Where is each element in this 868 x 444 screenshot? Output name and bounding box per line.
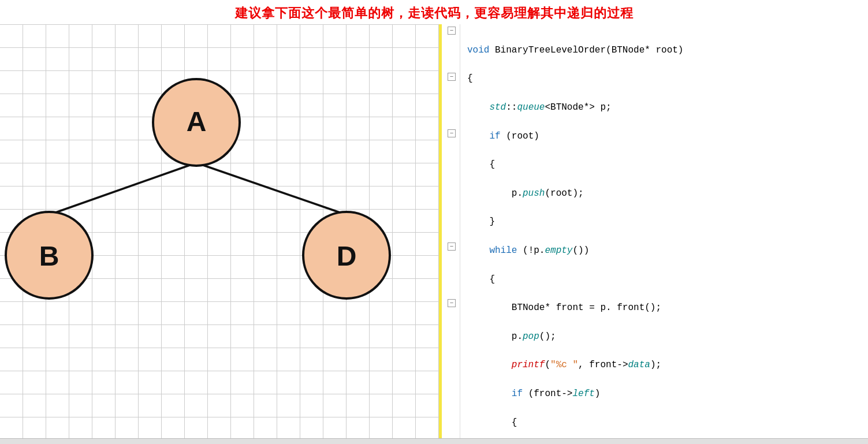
fold-icon-4[interactable]: − bbox=[448, 242, 456, 251]
code-line-8: while (!p.empty()) bbox=[467, 244, 861, 258]
code-line-10: BTNode* front = p. front(); bbox=[467, 301, 861, 315]
code-line-11: p.pop(); bbox=[467, 330, 861, 344]
bottom-bar bbox=[0, 438, 868, 444]
fold-icon-5[interactable]: − bbox=[448, 299, 456, 307]
code-line-3: std::queue<BTNode*> p; bbox=[467, 100, 861, 115]
fold-icon-2[interactable]: − bbox=[448, 73, 456, 81]
code-line-7: } bbox=[467, 215, 861, 229]
tree-svg: A B D bbox=[0, 24, 439, 438]
code-gutter: − − − − − bbox=[442, 24, 460, 438]
code-line-9: { bbox=[467, 273, 861, 287]
code-line-2: { bbox=[467, 72, 861, 86]
code-line-14: { bbox=[467, 416, 861, 430]
node-b-label: B bbox=[39, 241, 59, 271]
node-a-label: A bbox=[187, 106, 207, 137]
node-d-label: D bbox=[337, 241, 357, 271]
code-panel: − − − − − void BinaryTreeLevelOrder(BTNo… bbox=[439, 24, 868, 438]
fold-icon-3[interactable]: − bbox=[448, 129, 456, 137]
code-content: void BinaryTreeLevelOrder(BTNode* root) … bbox=[460, 24, 868, 438]
code-line-12: printf("%c ", front->data); bbox=[467, 358, 861, 372]
header-banner: 建议拿下面这个最简单的树，走读代码，更容易理解其中递归的过程 bbox=[0, 0, 868, 24]
fold-icon-1[interactable]: − bbox=[448, 27, 456, 35]
tree-panel: A B D bbox=[0, 24, 439, 438]
code-line-6: p.push(root); bbox=[467, 186, 861, 201]
code-line-5: { bbox=[467, 158, 861, 172]
code-line-13: if (front->left) bbox=[467, 387, 861, 401]
code-line-1: void BinaryTreeLevelOrder(BTNode* root) bbox=[467, 43, 861, 58]
main-content: A B D − − − − − void BinaryTreeLevelOrde… bbox=[0, 24, 868, 438]
edge-a-d bbox=[196, 163, 347, 215]
code-line-4: if (root) bbox=[467, 129, 861, 144]
edge-a-b bbox=[49, 163, 196, 215]
